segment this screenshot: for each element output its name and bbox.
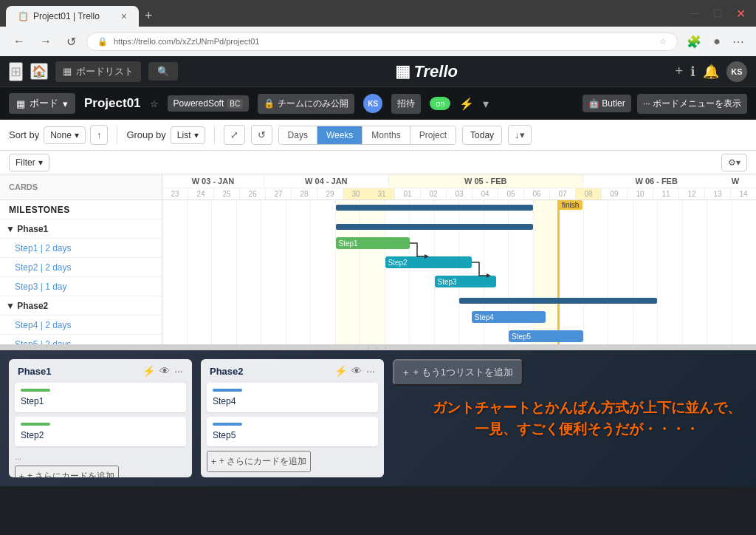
active-tab[interactable]: 📋 Project01 | Trello × [6, 6, 139, 27]
phase2-bar[interactable] [459, 298, 657, 304]
invite-button[interactable]: 招待 [391, 94, 421, 114]
phase1-bar[interactable] [336, 224, 534, 230]
add-list-icon: + [403, 367, 409, 378]
gantt-settings-button[interactable]: ⚙▾ [721, 154, 747, 171]
add-button[interactable]: + [675, 64, 683, 79]
download-button[interactable]: ↓▾ [508, 125, 532, 145]
filter-button[interactable]: Filter ▾ [9, 154, 49, 171]
address-bar[interactable]: 🔒 https://trello.com/b/xZzUNmPd/project0… [86, 33, 678, 51]
sort-direction-button[interactable]: ↑ [90, 125, 109, 145]
power-ups-toggle[interactable]: on [430, 97, 450, 110]
days-row: 23 24 25 26 27 28 29 30 31 01 02 03 04 0… [162, 188, 756, 200]
more-icon2[interactable]: ··· [366, 365, 375, 377]
card4-bar [213, 389, 242, 392]
refresh-button[interactable]: ↺ [251, 125, 272, 145]
row-step2[interactable]: Step2 | 2 days [0, 258, 162, 277]
row-step5[interactable]: Step5 | 2 days [0, 335, 162, 344]
kanban-card-step1[interactable]: Step1 [15, 383, 186, 412]
overlay-line1: ガントチャートとかんばん方式が上下に並んで、 [433, 398, 741, 419]
new-tab-button[interactable]: + [139, 5, 159, 27]
kanban-list-phase2: Phase2 ⚡ 👁 ··· Step4 Step5 + + さらにカードを追加 [201, 359, 384, 477]
minimize-button[interactable]: ─ [687, 4, 704, 23]
kanban-list-phase1: Phase1 ⚡ 👁 ··· Step1 Step2 ... + + さらにカー… [9, 359, 192, 477]
board-header: ▦ ボード ▾ Project01 ☆ PoweredSoft BC 🔒 チーム… [0, 87, 756, 120]
member-avatar[interactable]: KS [363, 94, 382, 113]
week-extra: W [730, 174, 756, 188]
step1-bar[interactable]: Step1 [336, 237, 410, 249]
divider-1 [117, 126, 117, 144]
sort-select[interactable]: None ▾ [44, 126, 86, 144]
tab-project[interactable]: Project [410, 126, 456, 144]
tab-days[interactable]: Days [279, 126, 317, 144]
kanban-card-step2[interactable]: Step2 [15, 417, 186, 446]
more-icon[interactable]: ··· [174, 365, 183, 377]
notification-button[interactable]: 🔔 [703, 64, 719, 80]
group-select[interactable]: List ▾ [171, 126, 205, 144]
board-menu-button[interactable]: ··· ボードメニューを表示 [637, 94, 747, 114]
more-button[interactable]: ⋯ [729, 32, 747, 52]
step1-days: 2 days [45, 243, 71, 253]
window-close-button[interactable]: ✕ [732, 4, 750, 24]
row-step3[interactable]: Step3 | 1 day [0, 277, 162, 296]
board-tab-button[interactable]: ▦ ボード ▾ [9, 93, 75, 114]
boards-button[interactable]: ▦ ボードリスト [55, 61, 141, 82]
search-button[interactable]: 🔍 [148, 62, 178, 81]
team-badge: PoweredSoft BC [168, 95, 250, 112]
boards-label: ボードリスト [76, 65, 134, 78]
extension-button[interactable]: 🧩 [684, 32, 704, 52]
trello-name: Trello [413, 62, 458, 81]
eye-icon[interactable]: 👁 [159, 365, 170, 377]
tab-close-button[interactable]: × [121, 10, 127, 22]
user-avatar[interactable]: KS [726, 61, 747, 82]
tab-months[interactable]: Months [362, 126, 410, 144]
power-icon2[interactable]: ⚡ [334, 365, 347, 377]
kanban-card-step4[interactable]: Step4 [207, 383, 378, 412]
add-card-button-list1[interactable]: + + さらにカードを追加 [15, 466, 119, 477]
group-label: Group by [126, 129, 165, 140]
day-30: 30 [343, 188, 369, 200]
info-button[interactable]: ℹ [690, 64, 695, 80]
power-icon[interactable]: ⚡ [142, 365, 155, 377]
filter-chevron: ▾ [38, 157, 43, 168]
add-card-plus-icon2: + [211, 457, 216, 467]
day-31: 31 [369, 188, 395, 200]
eye-icon2[interactable]: 👁 [351, 365, 362, 377]
step2-bar-label: Step2 [388, 259, 408, 267]
day-14: 14 [731, 188, 756, 200]
day-07: 07 [550, 188, 576, 200]
refresh-button[interactable]: ↺ [62, 32, 80, 52]
privacy-button[interactable]: 🔒 チームにのみ公開 [258, 94, 354, 114]
maximize-button[interactable]: □ [709, 4, 726, 23]
trello-header: ⊞ 🏠 ▦ ボードリスト 🔍 ▦ Trello + ℹ 🔔 KS [0, 56, 756, 87]
today-button[interactable]: Today [462, 126, 502, 145]
panel-resizer[interactable]: · · · [0, 344, 756, 350]
week-w03: W 03 - JAN [162, 174, 264, 188]
gantt-body: MILESTONES ▼ Phase1 Step1 | 2 days Step2… [0, 200, 756, 344]
power-ups-icon[interactable]: ⚡ [459, 97, 474, 111]
grid-menu-button[interactable]: ⊞ [9, 62, 23, 81]
day-05: 05 [498, 188, 524, 200]
card5-name: Step5 [213, 430, 236, 440]
row-step4[interactable]: Step4 | 2 days [0, 316, 162, 335]
add-card-button-list2[interactable]: + + さらにカードを追加 [207, 451, 311, 472]
tab-weeks[interactable]: Weeks [317, 126, 362, 144]
forward-button[interactable]: → [35, 32, 56, 51]
overlay-text: ガントチャートとかんばん方式が上下に並んで、 一見、すごく便利そうだが・・・・ [433, 398, 741, 440]
extra-icon[interactable]: ▾ [483, 97, 489, 111]
fullscreen-button[interactable]: ⤢ [224, 125, 245, 145]
row-step1[interactable]: Step1 | 2 days [0, 239, 162, 258]
home-button[interactable]: 🏠 [30, 63, 48, 80]
step4-bar[interactable]: Step4 [472, 311, 546, 323]
filter-row: Filter ▾ ⚙▾ [0, 151, 756, 174]
add-list-button[interactable]: + + もう1つリストを追加 [393, 359, 523, 386]
milestone-phase-bar[interactable] [336, 205, 534, 211]
kanban-card-step5[interactable]: Step5 [207, 417, 378, 446]
phase2-label: ▼ Phase2 [0, 298, 57, 314]
sort-value: None [50, 130, 72, 140]
back-button[interactable]: ← [9, 32, 30, 51]
board-star-icon[interactable]: ☆ [150, 98, 159, 109]
step5-bar[interactable]: Step5 [509, 330, 583, 342]
day-04: 04 [472, 188, 498, 200]
profile-button[interactable]: ● [710, 32, 724, 51]
butler-button[interactable]: 🤖 Butler [583, 95, 631, 112]
